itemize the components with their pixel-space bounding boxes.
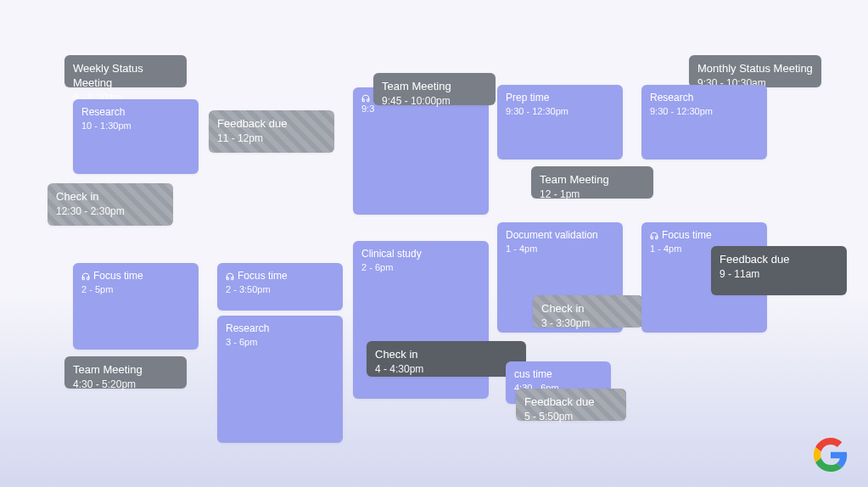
- event-feedback-due-2[interactable]: Feedback due 5 - 5:50pm: [516, 389, 626, 421]
- event-time: 10 - 1:30pm: [81, 120, 132, 131]
- headphones-icon: [81, 272, 90, 281]
- event-title: Team Meeting: [540, 173, 609, 188]
- event-title: Prep time: [506, 92, 549, 105]
- event-feedback-due-3[interactable]: Feedback due 9 - 11am: [711, 246, 847, 295]
- event-title: Clinical study: [361, 248, 422, 261]
- event-time: 4:30 - 5:20pm: [73, 378, 136, 390]
- event-title: Focus time: [662, 229, 712, 243]
- event-check-in-1[interactable]: Check in 12:30 - 2:30pm: [48, 183, 173, 226]
- event-time: 9:3: [361, 104, 374, 114]
- headphones-icon: [226, 272, 234, 281]
- event-feedback-due-1[interactable]: Feedback due 11 - 12pm: [209, 110, 334, 153]
- event-time: 1 - 4pm: [650, 244, 681, 254]
- event-check-in-2[interactable]: Check in 4 - 4:30pm: [367, 341, 526, 377]
- event-title: Document validation: [506, 229, 598, 243]
- event-time: 9 - 11am: [720, 268, 759, 280]
- event-title: Research: [81, 106, 125, 120]
- event-title: Team Meeting: [382, 80, 451, 94]
- event-title: Check in: [56, 190, 99, 204]
- event-title: cus time: [514, 368, 552, 382]
- event-time: 2 - 5pm: [81, 284, 113, 294]
- headphones-icon: [650, 232, 658, 240]
- event-time: 9:30 - 12:30pm: [506, 106, 568, 116]
- event-title: Weekly Status Meeting: [73, 62, 178, 91]
- event-title: Feedback due: [217, 117, 287, 132]
- event-prep-time[interactable]: Prep time 9:30 - 12:30pm: [497, 85, 623, 160]
- event-title: Check in: [375, 348, 418, 362]
- event-team-meeting-2[interactable]: Team Meeting 9:45 - 10:00pm: [373, 73, 496, 105]
- event-team-meeting-3[interactable]: Team Meeting 12 - 1pm: [531, 166, 653, 199]
- event-time: 3 - 3:30pm: [541, 317, 590, 329]
- google-logo: [814, 438, 848, 472]
- event-title: Feedback due: [524, 395, 594, 410]
- event-research-3[interactable]: Research 9:30 - 12:30pm: [641, 85, 767, 160]
- event-team-meeting-1[interactable]: Team Meeting 4:30 - 5:20pm: [64, 356, 187, 389]
- event-title: Team Meeting: [73, 363, 143, 378]
- event-research-1[interactable]: Research 10 - 1:30pm: [73, 99, 199, 174]
- event-title: Research: [226, 322, 269, 336]
- event-title: Monthly Status Meeting: [697, 62, 813, 76]
- event-title: Focus time: [93, 270, 143, 283]
- event-time: 5 - 5:50pm: [524, 411, 573, 423]
- event-check-in-3[interactable]: Check in 3 - 3:30pm: [533, 295, 643, 327]
- event-research-2[interactable]: Research 3 - 6pm: [217, 316, 343, 443]
- event-time: 12:30 - 2:30pm: [56, 205, 125, 217]
- event-time: 12 - 1pm: [540, 188, 580, 200]
- event-time: 1 - 4pm: [506, 244, 537, 254]
- event-weekly-status-meeting[interactable]: Weekly Status Meeting 9 - 9:20am: [64, 55, 187, 87]
- event-time: 4 - 4:30pm: [375, 363, 423, 375]
- event-time: 9:30 - 12:30pm: [650, 106, 713, 116]
- event-time: 2 - 6pm: [361, 262, 393, 272]
- event-time: 3 - 6pm: [226, 337, 257, 347]
- event-title: Focus time: [238, 270, 288, 283]
- headphones-icon: [361, 94, 370, 103]
- event-focus-time-2[interactable]: Focus time 2 - 3:50pm: [217, 263, 343, 311]
- event-time: 9:45 - 10:00pm: [382, 95, 451, 107]
- event-monthly-status-meeting[interactable]: Monthly Status Meeting 9:30 - 10:30am: [689, 55, 821, 87]
- event-title: Check in: [541, 302, 585, 316]
- event-title: Research: [650, 92, 693, 105]
- event-focus-time-1[interactable]: Focus time 2 - 5pm: [73, 263, 199, 350]
- event-time: 11 - 12pm: [217, 132, 263, 144]
- event-time: 2 - 3:50pm: [226, 284, 271, 294]
- event-title: Feedback due: [720, 253, 789, 267]
